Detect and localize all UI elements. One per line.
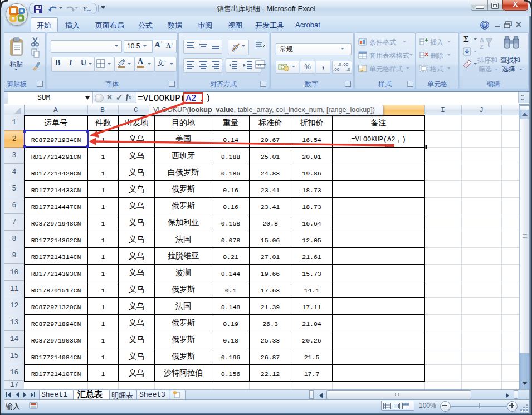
svg-text:Z: Z (480, 43, 484, 50)
svg-text:a: a (258, 62, 261, 67)
svg-text:Y: Y (83, 6, 87, 12)
svg-text:A: A (480, 37, 484, 43)
